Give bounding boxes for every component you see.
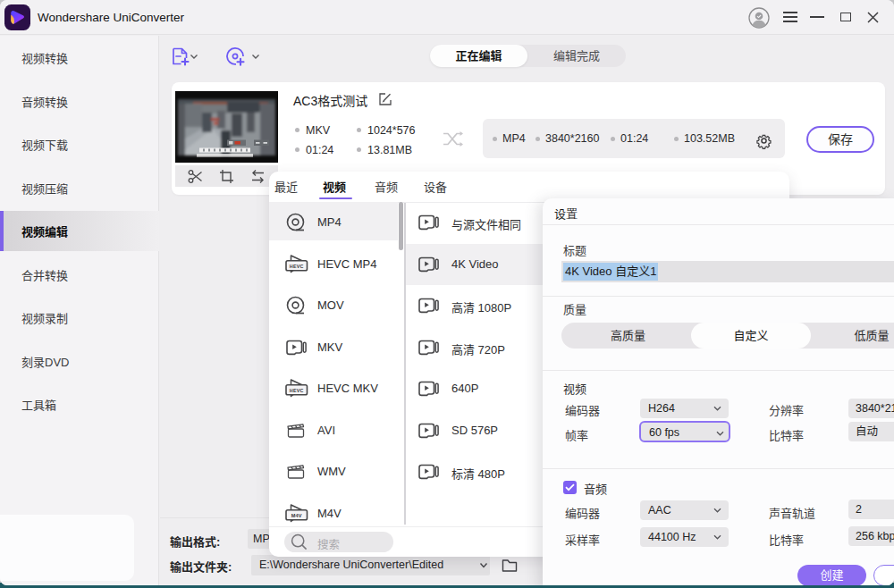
svg-text:HEVC: HEVC	[289, 388, 303, 393]
svg-text:M4V: M4V	[291, 513, 301, 518]
svg-text:HEVC: HEVC	[289, 264, 303, 269]
